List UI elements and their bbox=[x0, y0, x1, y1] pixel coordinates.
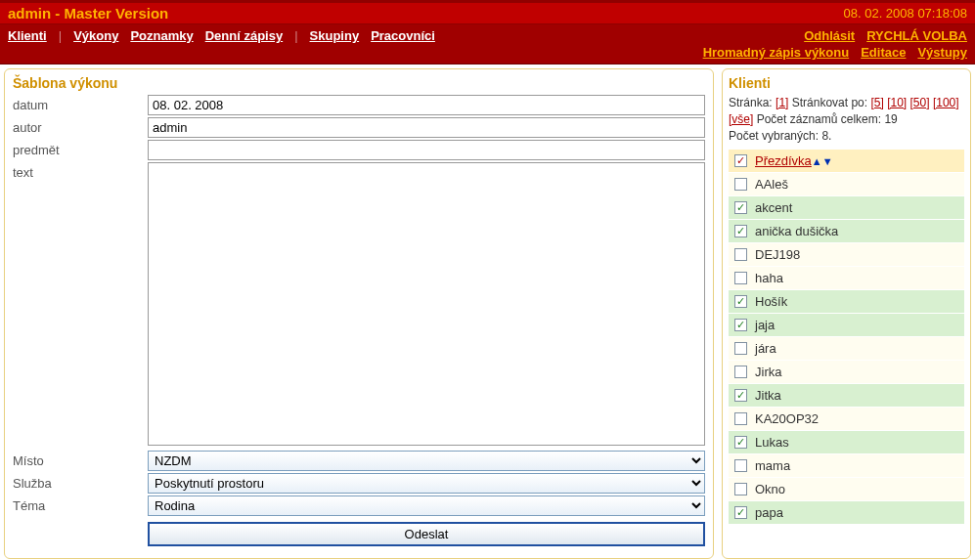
nav-denni-zapisy[interactable]: Denní zápisy bbox=[205, 28, 283, 43]
clients-panel: Klienti Stránka: [1] Stránkovat po: [5] … bbox=[722, 68, 971, 559]
per-page-all[interactable]: [vše] bbox=[729, 112, 753, 126]
clients-info: Stránka: [1] Stránkovat po: [5] [10] [50… bbox=[729, 95, 964, 144]
textarea-text[interactable] bbox=[148, 162, 705, 446]
total-value: 19 bbox=[884, 112, 897, 126]
client-row[interactable]: ✓Lukas bbox=[729, 431, 964, 454]
sort-arrows[interactable]: ▲▼ bbox=[812, 155, 833, 167]
client-row[interactable]: ✓papa bbox=[729, 501, 964, 525]
client-row[interactable]: ✓Hošík bbox=[729, 290, 964, 314]
client-name: Okno bbox=[755, 482, 785, 496]
client-name: mama bbox=[755, 458, 790, 473]
client-checkbox[interactable]: ✓ bbox=[734, 225, 747, 237]
nav-left: Klienti | Výkony Poznamky Denní zápisy |… bbox=[8, 28, 435, 60]
client-checkbox[interactable] bbox=[734, 178, 747, 191]
nav-rychla-volba[interactable]: RYCHLÁ VOLBA bbox=[866, 28, 967, 43]
nav-right: Odhlásit RYCHLÁ VOLBA Hromadný zápis výk… bbox=[703, 28, 967, 60]
page-label: Stránka: bbox=[729, 96, 773, 109]
client-row[interactable]: Jirka bbox=[729, 361, 964, 384]
client-row[interactable]: KA20OP32 bbox=[729, 408, 964, 431]
client-row[interactable]: ✓Jitka bbox=[729, 384, 964, 408]
label-autor: autor bbox=[13, 117, 148, 135]
client-name: anička dušička bbox=[755, 224, 838, 238]
client-row[interactable]: ✓anička dušička bbox=[729, 220, 964, 243]
client-name: haha bbox=[755, 271, 783, 285]
client-list: ✓ Přezdívka▲▼ AAleš✓akcent✓anička dušičk… bbox=[729, 150, 964, 525]
per-page-10[interactable]: [10] bbox=[887, 96, 907, 109]
label-text: text bbox=[13, 162, 148, 180]
input-datum[interactable] bbox=[148, 95, 705, 115]
client-name: Lukas bbox=[755, 435, 789, 450]
client-checkbox[interactable]: ✓ bbox=[734, 436, 747, 449]
client-row[interactable]: ✓akcent bbox=[729, 196, 964, 220]
label-datum: datum bbox=[13, 95, 148, 112]
label-tema: Téma bbox=[13, 495, 148, 513]
label-sluzba: Služba bbox=[13, 473, 148, 491]
select-all-checkbox[interactable]: ✓ bbox=[734, 154, 747, 167]
datetime: 08. 02. 2008 07:18:08 bbox=[843, 6, 967, 21]
client-row[interactable]: jára bbox=[729, 337, 964, 361]
column-prezdivka[interactable]: Přezdívka bbox=[755, 153, 812, 168]
client-name: DEJ198 bbox=[755, 247, 800, 262]
client-checkbox[interactable] bbox=[734, 412, 747, 425]
client-name: jaja bbox=[755, 318, 775, 332]
select-misto[interactable]: NZDM bbox=[148, 451, 705, 471]
nav-skupiny[interactable]: Skupiny bbox=[310, 28, 360, 43]
form-title: Šablona výkonu bbox=[13, 75, 705, 91]
client-name: Hošík bbox=[755, 294, 787, 309]
client-list-header: ✓ Přezdívka▲▼ bbox=[729, 150, 964, 173]
client-checkbox[interactable] bbox=[734, 366, 747, 378]
client-checkbox[interactable]: ✓ bbox=[734, 319, 747, 331]
client-name: Jirka bbox=[755, 365, 781, 379]
per-page-100[interactable]: [100] bbox=[933, 96, 959, 109]
per-page-50[interactable]: [50] bbox=[910, 96, 930, 109]
nav-vystupy[interactable]: Výstupy bbox=[917, 45, 967, 60]
client-checkbox[interactable] bbox=[734, 342, 747, 355]
per-page-5[interactable]: [5] bbox=[870, 96, 883, 109]
select-tema[interactable]: Rodina bbox=[148, 495, 705, 516]
label-misto: Místo bbox=[13, 451, 148, 468]
page-current[interactable]: [1] bbox=[776, 96, 788, 109]
client-row[interactable]: AAleš bbox=[729, 173, 964, 196]
client-name: AAleš bbox=[755, 177, 788, 192]
nav-vykony[interactable]: Výkony bbox=[73, 28, 118, 43]
client-checkbox[interactable]: ✓ bbox=[734, 295, 747, 308]
client-checkbox[interactable]: ✓ bbox=[734, 506, 747, 519]
client-row[interactable]: ✓jaja bbox=[729, 314, 964, 337]
client-checkbox[interactable]: ✓ bbox=[734, 389, 747, 402]
nav-row: Klienti | Výkony Poznamky Denní zápisy |… bbox=[0, 23, 975, 65]
nav-klienti[interactable]: Klienti bbox=[8, 28, 47, 43]
top-bar: admin - Master Version 08. 02. 2008 07:1… bbox=[0, 0, 975, 65]
client-checkbox[interactable] bbox=[734, 459, 747, 472]
client-checkbox[interactable]: ✓ bbox=[734, 201, 747, 214]
total-label: Počet záznamů celkem: bbox=[757, 112, 881, 126]
main-area: Šablona výkonu datum autor predmět text … bbox=[0, 65, 975, 560]
per-page-label: Stránkovat po: bbox=[792, 96, 867, 109]
client-name: Jitka bbox=[755, 388, 781, 403]
client-name: akcent bbox=[755, 200, 792, 215]
selected-label: Počet vybraných: bbox=[729, 129, 819, 143]
client-name: papa bbox=[755, 505, 783, 520]
client-checkbox[interactable] bbox=[734, 483, 747, 495]
select-sluzba[interactable]: Poskytnutí prostoru bbox=[148, 473, 705, 494]
client-name: jára bbox=[755, 341, 776, 356]
client-name: KA20OP32 bbox=[755, 411, 819, 426]
selected-value: 8. bbox=[821, 129, 831, 143]
client-row[interactable]: mama bbox=[729, 454, 964, 478]
client-row[interactable]: haha bbox=[729, 267, 964, 290]
client-checkbox[interactable] bbox=[734, 272, 747, 284]
client-row[interactable]: Okno bbox=[729, 478, 964, 501]
clients-title: Klienti bbox=[729, 75, 964, 91]
nav-hromadny-zapis[interactable]: Hromadný zápis výkonu bbox=[703, 45, 850, 60]
form-panel: Šablona výkonu datum autor predmět text … bbox=[4, 68, 714, 559]
title-row: admin - Master Version 08. 02. 2008 07:1… bbox=[0, 3, 975, 23]
input-predmet[interactable] bbox=[148, 140, 705, 160]
nav-pracovnici[interactable]: Pracovníci bbox=[371, 28, 435, 43]
nav-editace[interactable]: Editace bbox=[861, 45, 906, 60]
nav-poznamky[interactable]: Poznamky bbox=[130, 28, 193, 43]
submit-button[interactable]: Odeslat bbox=[148, 522, 705, 546]
input-autor[interactable] bbox=[148, 117, 705, 138]
nav-odhlasit[interactable]: Odhlásit bbox=[804, 28, 855, 43]
client-row[interactable]: DEJ198 bbox=[729, 243, 964, 267]
label-predmet: predmět bbox=[13, 140, 148, 157]
client-checkbox[interactable] bbox=[734, 248, 747, 261]
